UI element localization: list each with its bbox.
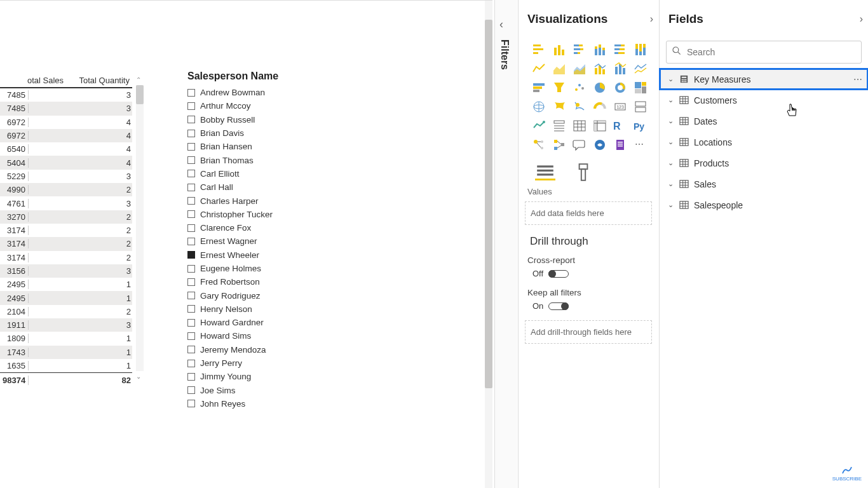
table-row[interactable]: 24951 — [0, 278, 132, 291]
scroll-thumb[interactable] — [136, 85, 144, 104]
checkbox-icon[interactable] — [187, 170, 195, 177]
slicer-item[interactable]: John Reyes — [187, 397, 365, 410]
r-visual-icon[interactable]: R — [611, 117, 629, 135]
slicer-item[interactable]: Eugene Holmes — [187, 262, 365, 275]
chevron-down-icon[interactable]: ⌄ — [663, 159, 677, 167]
keep-all-filters-toggle[interactable]: On — [519, 297, 569, 311]
table-row[interactable]: 21042 — [0, 305, 132, 318]
checkbox-icon[interactable] — [187, 184, 195, 191]
table-row[interactable]: 49902 — [0, 183, 132, 196]
kpi-icon[interactable] — [530, 117, 548, 135]
slicer-item[interactable]: Andrew Bowman — [187, 86, 365, 99]
search-input[interactable] — [687, 47, 856, 57]
filled-map-icon[interactable] — [550, 98, 568, 116]
slicer-item[interactable]: Carl Elliott — [187, 167, 365, 180]
slicer-item[interactable]: Brian Hansen — [187, 140, 365, 153]
table-row[interactable]: 74853 — [0, 102, 132, 115]
100-bar-icon[interactable] — [611, 41, 629, 58]
col-total-quantity[interactable]: Total Quantity — [66, 72, 132, 87]
table-scrollbar[interactable]: ⌃ ⌄ — [136, 85, 144, 371]
slicer-item[interactable]: Brian Davis — [187, 126, 365, 140]
table-visual[interactable]: otal Sales Total Quantity 74853748536972… — [0, 72, 132, 385]
table-row[interactable]: 16351 — [0, 359, 132, 372]
checkbox-icon[interactable] — [187, 197, 195, 205]
slicer-item[interactable]: Howard Sims — [187, 329, 365, 342]
field-table-locations[interactable]: ⌄Locations — [660, 132, 868, 152]
chevron-down-icon[interactable]: ⌄ — [663, 201, 677, 209]
checkbox-icon[interactable] — [187, 89, 195, 97]
collapse-fields-icon[interactable]: › — [860, 13, 863, 25]
scatter-icon[interactable] — [571, 79, 588, 97]
table-row[interactable]: 32702 — [0, 210, 132, 224]
values-well[interactable]: Add data fields here — [525, 201, 652, 225]
matrix-icon[interactable] — [591, 117, 609, 135]
waterfall-icon[interactable] — [530, 79, 548, 97]
slicer-item[interactable]: Ernest Wheeler — [187, 248, 365, 262]
report-canvas[interactable]: otal Sales Total Quantity 74853748536972… — [0, 0, 492, 488]
slicer-item[interactable]: Bobby Russell — [187, 113, 365, 126]
clustered-bar-icon[interactable] — [571, 41, 588, 58]
slicer-item[interactable]: Fred Robertson — [187, 275, 365, 288]
table-row[interactable]: 47613 — [0, 196, 132, 210]
table-icon[interactable] — [571, 117, 588, 135]
card-icon[interactable]: 123 — [611, 98, 629, 116]
stacked-bar-h-icon[interactable] — [530, 41, 548, 58]
slicer-item[interactable]: Charles Harper — [187, 194, 365, 207]
checkbox-icon[interactable] — [187, 251, 195, 259]
filters-pane-collapsed[interactable]: ‹ Filters — [494, 0, 517, 488]
more-icon[interactable]: ⋯ — [853, 74, 864, 85]
table-row[interactable]: 31742 — [0, 237, 132, 250]
expand-filters-icon[interactable]: ‹ — [499, 18, 503, 31]
pie-icon[interactable] — [591, 79, 609, 97]
table-row[interactable]: 69724 — [0, 116, 132, 129]
slicer-item[interactable]: Ernest Wagner — [187, 234, 365, 248]
table-row[interactable]: 31563 — [0, 264, 132, 278]
clustered-column-icon[interactable] — [591, 41, 609, 58]
checkbox-icon[interactable] — [187, 224, 195, 232]
python-visual-icon[interactable]: Py — [632, 117, 649, 135]
line-column-icon[interactable] — [591, 60, 609, 78]
more-visuals-icon[interactable]: ⋯ — [632, 136, 649, 154]
ribbon-icon[interactable] — [632, 60, 649, 78]
checkbox-icon[interactable] — [187, 143, 195, 151]
slicer-item[interactable]: Joe Sims — [187, 384, 365, 397]
checkbox-icon[interactable] — [187, 292, 195, 299]
scroll-down-icon[interactable]: ⌄ — [136, 373, 141, 380]
checkbox-icon[interactable] — [187, 373, 195, 381]
slicer-item[interactable]: Clarence Fox — [187, 221, 365, 234]
checkbox-icon[interactable] — [187, 360, 195, 367]
key-influencers-icon[interactable] — [530, 136, 548, 154]
checkbox-icon[interactable] — [187, 238, 195, 245]
checkbox-icon[interactable] — [187, 210, 195, 218]
checkbox-icon[interactable] — [187, 319, 195, 327]
chevron-down-icon[interactable]: ⌄ — [663, 117, 677, 125]
slicer-item[interactable]: Brian Thomas — [187, 153, 365, 166]
fields-tab-icon[interactable] — [535, 164, 555, 180]
slicer-item[interactable]: Arthur Mccoy — [187, 99, 365, 112]
multi-card-icon[interactable] — [632, 98, 649, 116]
line-column-stacked-icon[interactable] — [611, 60, 629, 78]
field-table-customers[interactable]: ⌄Customers — [660, 90, 868, 111]
format-tab-icon[interactable] — [573, 164, 593, 180]
scroll-up-icon[interactable]: ⌃ — [136, 76, 141, 83]
paginated-icon[interactable] — [611, 136, 629, 154]
map-icon[interactable] — [530, 98, 548, 116]
slicer-item[interactable]: Howard Gardner — [187, 316, 365, 329]
slicer-item[interactable]: Carl Hall — [187, 180, 365, 194]
table-row[interactable]: 69724 — [0, 129, 132, 142]
shape-map-icon[interactable] — [571, 98, 588, 116]
slicer-item[interactable]: Jimmy Young — [187, 370, 365, 383]
checkbox-icon[interactable] — [187, 156, 195, 164]
checkbox-icon[interactable] — [187, 305, 195, 313]
100-column-icon[interactable] — [632, 41, 649, 58]
table-row[interactable]: 17431 — [0, 346, 132, 359]
donut-icon[interactable] — [611, 79, 629, 97]
collapse-viz-icon[interactable]: › — [650, 13, 653, 25]
chevron-down-icon[interactable]: ⌄ — [663, 75, 677, 83]
slicer-item[interactable]: Jeremy Mendoza — [187, 343, 365, 356]
table-row[interactable]: 31742 — [0, 224, 132, 237]
checkbox-icon[interactable] — [187, 265, 195, 273]
smart-narrative-icon[interactable] — [591, 136, 609, 154]
checkbox-icon[interactable] — [187, 116, 195, 123]
slicer-item[interactable]: Jerry Perry — [187, 356, 365, 370]
